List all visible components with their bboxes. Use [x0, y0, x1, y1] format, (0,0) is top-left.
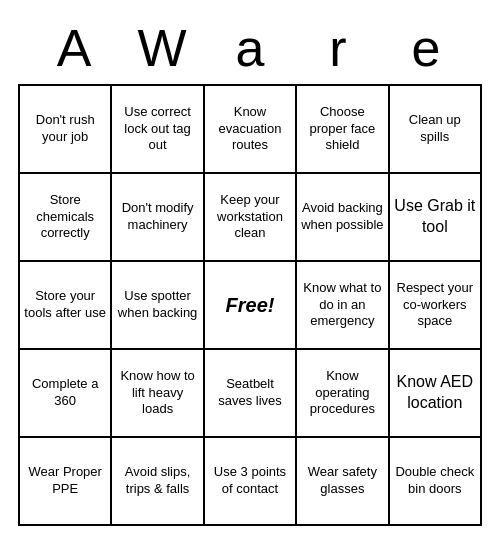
title-letter: W — [118, 18, 206, 78]
bingo-card: AWare Don't rush your jobUse correct loc… — [10, 10, 490, 534]
bingo-cell: Keep your workstation clean — [205, 174, 297, 262]
title-letter: a — [206, 18, 294, 78]
bingo-cell: Don't rush your job — [20, 86, 112, 174]
bingo-cell: Know how to lift heavy loads — [112, 350, 204, 438]
bingo-cell: Use spotter when backing — [112, 262, 204, 350]
bingo-cell: Know evacuation routes — [205, 86, 297, 174]
bingo-cell: Use correct lock out tag out — [112, 86, 204, 174]
bingo-cell: Know operating procedures — [297, 350, 389, 438]
bingo-cell: Wear Proper PPE — [20, 438, 112, 526]
bingo-cell: Complete a 360 — [20, 350, 112, 438]
bingo-cell: Avoid slips, trips & falls — [112, 438, 204, 526]
bingo-cell: Seatbelt saves lives — [205, 350, 297, 438]
bingo-title: AWare — [18, 18, 482, 78]
bingo-cell: Free! — [205, 262, 297, 350]
bingo-cell: Choose proper face shield — [297, 86, 389, 174]
bingo-cell: Double check bin doors — [390, 438, 482, 526]
bingo-grid: Don't rush your jobUse correct lock out … — [18, 84, 482, 526]
bingo-cell: Respect your co-workers space — [390, 262, 482, 350]
bingo-cell: Use 3 points of contact — [205, 438, 297, 526]
bingo-cell: Avoid backing when possible — [297, 174, 389, 262]
bingo-cell: Wear safety glasses — [297, 438, 389, 526]
bingo-cell: Store your tools after use — [20, 262, 112, 350]
bingo-cell: Know AED location — [390, 350, 482, 438]
bingo-cell: Clean up spills — [390, 86, 482, 174]
bingo-cell: Don't modify machinery — [112, 174, 204, 262]
bingo-cell: Store chemicals correctly — [20, 174, 112, 262]
bingo-cell: Know what to do in an emergency — [297, 262, 389, 350]
title-letter: A — [30, 18, 118, 78]
title-letter: r — [294, 18, 382, 78]
bingo-cell: Use Grab it tool — [390, 174, 482, 262]
title-letter: e — [382, 18, 470, 78]
